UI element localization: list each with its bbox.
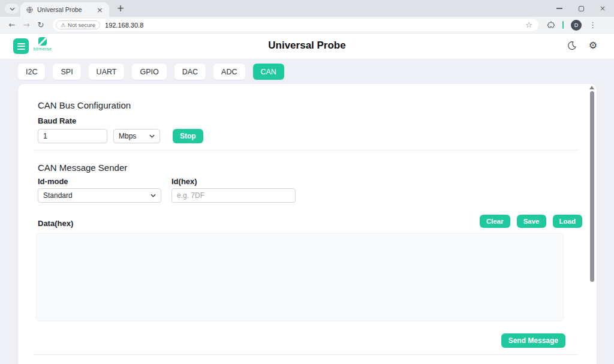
tab-can[interactable]: CAN — [253, 64, 284, 80]
clear-button[interactable]: Clear — [480, 215, 510, 228]
address-bar[interactable]: ⚠ Not secure 192.168.30.8 ☆ — [53, 19, 538, 31]
scroll-up-arrow[interactable] — [589, 86, 594, 89]
globe-icon — [26, 7, 33, 13]
id-hex-label: Id(hex) — [171, 177, 296, 186]
toolbar-right: D ⋮ — [547, 20, 597, 31]
save-button[interactable]: Save — [517, 215, 546, 228]
profile-avatar[interactable]: D — [571, 20, 582, 31]
id-mode-select[interactable]: Standard — [38, 188, 161, 203]
scrollbar-thumb[interactable] — [590, 91, 594, 282]
data-hex-textarea[interactable] — [36, 233, 564, 321]
id-hex-group: Id(hex) — [171, 177, 296, 203]
window-close-button[interactable]: × — [598, 4, 607, 13]
id-hex-input[interactable] — [171, 188, 296, 203]
send-row: Send Message — [18, 333, 565, 348]
url-text: 192.168.30.8 — [105, 22, 143, 29]
tab-uart[interactable]: UART — [89, 64, 125, 80]
browser-tab[interactable]: Universal Probe × — [20, 2, 109, 17]
can-config-title: CAN Bus Configuration — [18, 84, 597, 110]
minimize-icon — [556, 8, 562, 9]
chevron-down-icon — [149, 134, 155, 138]
tab-adc[interactable]: ADC — [213, 64, 245, 80]
dark-mode-toggle[interactable] — [567, 41, 577, 50]
browser-menu-button[interactable]: ⋮ — [589, 20, 597, 29]
app-header: bitmerse Universal Probe ⚙ — [0, 34, 614, 59]
browser-toolbar: ← → ↻ ⚠ Not secure 192.168.30.8 ☆ D ⋮ — [0, 17, 614, 34]
data-hex-row: Data(hex) Clear Save Load — [38, 215, 582, 228]
bookmark-star-icon[interactable]: ☆ — [525, 20, 532, 29]
chevron-down-icon — [10, 7, 15, 11]
page-title: Universal Probe — [0, 40, 614, 52]
window-minimize-button[interactable] — [555, 4, 564, 13]
panel-scrollbar — [589, 84, 594, 364]
baud-unit-select[interactable]: Mbps — [113, 129, 160, 143]
id-mode-label: Id-mode — [38, 177, 161, 186]
tab-gpio[interactable]: GPIO — [132, 64, 166, 80]
tab-i2c[interactable]: I2C — [18, 64, 45, 80]
baud-unit-value: Mbps — [119, 132, 136, 140]
send-message-button[interactable]: Send Message — [501, 333, 565, 348]
side-panel-indicator — [562, 21, 564, 29]
data-hex-label: Data(hex) — [38, 219, 73, 228]
new-tab-button[interactable]: + — [114, 2, 127, 15]
tab-dac[interactable]: DAC — [174, 64, 206, 80]
data-action-buttons: Clear Save Load — [480, 215, 582, 228]
security-label: Not secure — [68, 22, 95, 28]
settings-button[interactable]: ⚙ — [589, 40, 597, 51]
back-button[interactable]: ← — [5, 20, 19, 29]
puzzle-icon — [547, 21, 555, 29]
moon-icon — [567, 41, 577, 50]
header-actions: ⚙ — [567, 40, 597, 51]
baud-rate-label: Baud Rate — [38, 116, 577, 125]
tab-close-icon[interactable]: × — [95, 5, 104, 14]
id-mode-value: Standard — [43, 191, 73, 200]
maximize-icon — [579, 6, 584, 11]
id-mode-group: Id-mode Standard — [38, 177, 161, 203]
baud-rate-row: Mbps Stop — [38, 129, 577, 143]
load-button[interactable]: Load — [553, 215, 582, 228]
bottom-divider — [33, 354, 578, 355]
stop-button[interactable]: Stop — [173, 129, 203, 143]
browser-tab-strip: Universal Probe × + × — [0, 0, 614, 17]
id-fields-row: Id-mode Standard Id(hex) — [38, 177, 577, 203]
protocol-tab-bar: I2C SPI UART GPIO DAC ADC CAN — [0, 59, 614, 84]
forward-button[interactable]: → — [19, 20, 34, 29]
tab-spi[interactable]: SPI — [53, 64, 80, 80]
security-chip[interactable]: ⚠ Not secure — [56, 20, 100, 29]
can-panel: CAN Bus Configuration Baud Rate Mbps Sto… — [18, 84, 597, 364]
baud-rate-input[interactable] — [38, 129, 107, 143]
chevron-down-icon — [151, 194, 156, 197]
extensions-button[interactable] — [547, 21, 555, 29]
reload-button[interactable]: ↻ — [34, 20, 48, 29]
browser-tab-title: Universal Probe — [37, 6, 95, 13]
warning-icon: ⚠ — [61, 22, 65, 28]
tab-search-button[interactable] — [5, 4, 19, 14]
message-sender-title: CAN Message Sender — [18, 151, 597, 173]
window-maximize-button[interactable] — [577, 4, 585, 13]
window-controls: × — [555, 0, 610, 17]
